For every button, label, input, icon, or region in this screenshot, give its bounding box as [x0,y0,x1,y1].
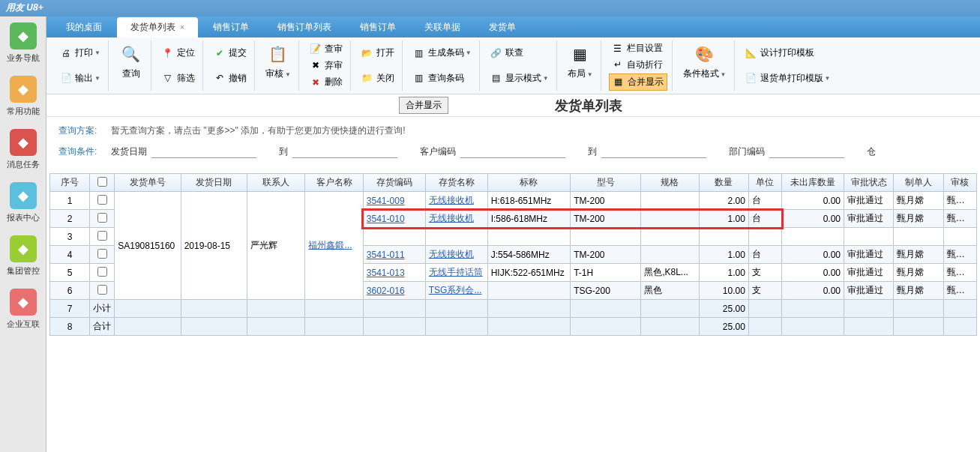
query-button[interactable]: 🔍查询 [116,40,146,82]
tab-0[interactable]: 我的桌面 [52,17,115,37]
tab-6[interactable]: 发货单 [475,17,529,37]
open-button[interactable]: 📂打开 [358,45,397,61]
tab-2[interactable]: 销售订单 [199,17,262,37]
close-button[interactable]: 📁关闭 [358,70,397,86]
gencode-button[interactable]: ▥生成条码▼ [410,45,475,61]
col-header[interactable]: 客户名称 [305,174,363,192]
dept-code-input[interactable] [769,145,844,158]
dispmode-button[interactable]: ▤显示模式▼ [487,70,552,86]
cell-unout: 0.00 [782,264,844,282]
returnprint-button[interactable]: 📄退货单打印模版▼ [742,70,834,86]
row-checkbox[interactable] [97,285,107,295]
submit-button[interactable]: ✔提交 [211,45,250,61]
summary-row: 7小计25.00 [50,300,977,318]
open-icon: 📂 [361,47,373,59]
cell-model: TM-200 [571,246,641,264]
col-header[interactable]: 存货名称 [425,174,487,192]
cell-status: 审批通过 [844,264,894,282]
linkq-button[interactable]: 🔗联查 [487,45,552,61]
row-checkbox[interactable] [97,213,107,223]
select-all-checkbox[interactable] [97,177,107,187]
tab-3[interactable]: 销售订单列表 [264,17,345,37]
table-row[interactable]: 1SA1908151602019-08-15严光辉福州鑫鍛...3541-009… [50,192,977,210]
print-button[interactable]: 🖨打印▼ [57,45,103,61]
designprint-button[interactable]: 📐设计打印模板 [742,45,834,61]
sidebar-item-1[interactable]: ◆常用功能 [0,70,46,123]
row-checkbox[interactable] [97,267,107,277]
ship-date-from-input[interactable] [151,145,256,158]
sidebar-item-5[interactable]: ◆企业互联 [0,283,46,336]
cell-unit: 台 [748,192,781,210]
sidebar-item-2[interactable]: ◆消息任务 [0,123,46,176]
row-checkbox[interactable] [97,231,107,241]
merge-display-button[interactable]: 合并显示 [399,97,448,114]
audit-button[interactable]: 📝查审 [307,41,346,57]
col-header[interactable] [90,174,115,192]
code-link[interactable]: 3602-016 [367,286,405,296]
cell-qty [699,228,748,246]
delete-button[interactable]: ✖删除 [307,74,346,90]
mergeshow-button[interactable]: ▦合并显示 [609,73,667,91]
col-header[interactable]: 审核 [943,174,976,192]
cust-code-from-input[interactable] [460,145,565,158]
customer-link[interactable]: 福州鑫鍛... [308,240,352,250]
sidebar-item-3[interactable]: ◆报表中心 [0,176,46,229]
condfmt-button[interactable]: 🎨条件格式▼ [680,40,730,82]
cell-auditor: 甄月嫦 [943,210,976,228]
tab-4[interactable]: 销售订单 [346,17,409,37]
sidebar-icon: ◆ [10,22,37,49]
col-header[interactable]: 序号 [50,174,90,192]
query-scheme-text: 暂无查询方案，请点击 "更多>>" 添加，有助于您更加方便快捷的进行查询! [111,124,406,137]
cell-seq: 5 [50,264,90,282]
col-header[interactable]: 规格 [641,174,699,192]
cell-maker: 甄月嫦 [894,282,943,300]
colset-button[interactable]: ☰栏目设置 [609,40,667,56]
cell-seq: 4 [50,246,90,264]
approve-button[interactable]: 📋审核▼ [262,40,294,82]
layout-button[interactable]: ▦布局▼ [565,40,596,82]
tab-5[interactable]: 关联单据 [411,17,474,37]
autowrap-button[interactable]: ↵自动折行 [609,57,667,73]
cell-check [90,282,115,300]
col-header[interactable]: 数量 [699,174,748,192]
col-header[interactable]: 发货单号 [115,174,181,192]
cell-std [641,228,699,246]
abandon-button[interactable]: ✖弃审 [307,58,346,73]
cust-code-to-input[interactable] [601,145,706,158]
cell-name: 无线接收机 [425,192,487,210]
col-header[interactable]: 存货编码 [363,174,425,192]
tab-1[interactable]: 发货单列表× [117,17,198,37]
col-header[interactable]: 单位 [748,174,781,192]
sidebar-item-4[interactable]: ◆集团管控 [0,229,46,283]
code-link[interactable]: 3541-009 [367,196,405,206]
code-link[interactable]: 3541-011 [367,250,405,260]
col-header[interactable]: 制单人 [894,174,943,192]
querycode-button[interactable]: ▥查询条码 [410,70,475,86]
name-link[interactable]: 无线接收机 [429,195,474,205]
col-header[interactable]: 未出库数量 [782,174,844,192]
cell-maker: 甄月嫦 [894,210,943,228]
col-header[interactable]: 联系人 [247,174,305,192]
sidebar-icon: ◆ [10,235,37,262]
col-header[interactable]: 型号 [571,174,641,192]
output-button[interactable]: 📄输出▼ [57,70,103,86]
col-header[interactable]: 标称 [487,174,571,192]
name-link[interactable]: 无线接收机 [429,213,474,223]
col-header[interactable]: 审批状态 [844,174,894,192]
locate-button[interactable]: 📍定位 [159,45,198,61]
code-link[interactable]: 3541-013 [367,268,405,278]
filter-button[interactable]: ▽筛选 [159,70,198,86]
col-header[interactable]: 发货日期 [181,174,247,192]
close-icon[interactable]: × [180,23,184,31]
revoke-button[interactable]: ↶撤销 [211,70,250,86]
to-label-2: 到 [588,145,597,158]
row-checkbox[interactable] [97,195,107,205]
row-checkbox[interactable] [97,249,107,259]
sidebar-item-0[interactable]: ◆业务导航 [0,16,46,70]
name-link[interactable]: 无线手持话筒 [429,267,483,277]
ship-date-to-input[interactable] [292,145,397,158]
name-link[interactable]: TSG系列会... [429,285,482,295]
to-label-1: 到 [279,145,288,158]
code-link[interactable]: 3541-010 [367,214,405,224]
name-link[interactable]: 无线接收机 [429,249,474,259]
